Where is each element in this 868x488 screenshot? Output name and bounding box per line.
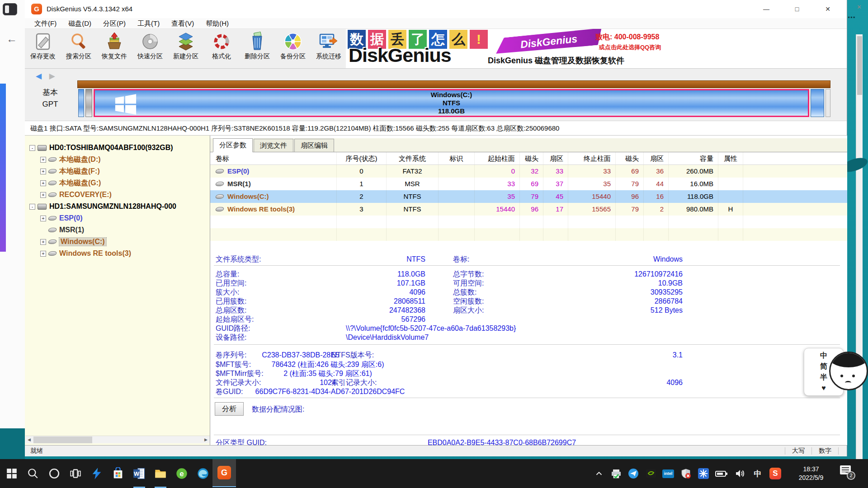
table-row-msr[interactable]: MSR(1)1MSR33693735794416.0MB xyxy=(210,178,847,190)
partition-icon xyxy=(47,251,57,256)
scroll-left-icon[interactable]: ◀ xyxy=(25,436,33,444)
task-view-icon[interactable] xyxy=(65,463,86,484)
desktop-scrollbar[interactable] xyxy=(856,34,863,459)
menu-help[interactable]: 帮助(H) xyxy=(200,18,235,28)
tree-item-g[interactable]: +本地磁盘(G:) xyxy=(25,177,210,189)
delete-partition-button[interactable]: 删除分区 xyxy=(239,30,275,67)
menu-partition[interactable]: 分区(P) xyxy=(97,18,132,28)
tab-browse-files[interactable]: 浏览文件 xyxy=(254,139,293,152)
word-app-icon[interactable]: W xyxy=(128,463,150,484)
expander-icon[interactable]: + xyxy=(40,216,46,221)
scrollbar-thumb[interactable] xyxy=(33,436,92,443)
ad-banner[interactable]: 数据丢了怎么! DiskGenius DiskGenius 致电: 400-00… xyxy=(346,29,847,68)
tree-item-windows-c[interactable]: +Windows(C:) xyxy=(25,236,210,248)
new-partition-button[interactable]: 新建分区 xyxy=(168,30,204,67)
quick-partition-button[interactable]: 快速分区 xyxy=(132,30,168,67)
tree-item-f[interactable]: +本地磁盘(F:) xyxy=(25,165,210,177)
banner-qq-link[interactable]: 或点击此处选择QQ咨询 xyxy=(599,43,661,52)
re-tools-partition-block[interactable] xyxy=(811,89,824,117)
menu-view[interactable]: 查看(V) xyxy=(165,18,200,28)
expander-icon[interactable]: + xyxy=(40,192,46,198)
table-row-windows-c-selected[interactable]: Windows(C:)2NTFS357945154409616118.0GB xyxy=(210,190,847,203)
table-row-esp[interactable]: ESP(0)0FAT3203233336936260.0MB xyxy=(210,165,847,178)
close-button[interactable]: ✕ xyxy=(812,0,843,18)
browser-tab-icon[interactable] xyxy=(3,3,17,15)
expander-icon[interactable]: + xyxy=(40,169,46,174)
tray-printer-icon[interactable] xyxy=(609,463,624,484)
back-arrow-icon[interactable]: ← xyxy=(6,33,17,45)
lark-app-icon[interactable] xyxy=(86,463,108,484)
browser-360-icon[interactable]: e xyxy=(171,463,193,484)
tray-intel-icon[interactable]: intel xyxy=(660,463,676,484)
windows-partition-block[interactable]: Windows(C:) NTFS 118.0GB xyxy=(94,89,809,117)
detail-value: 118.0GB xyxy=(294,270,425,279)
status-bar: 就绪 大写 数字 xyxy=(25,445,847,456)
nav-back-arrow[interactable]: ◀ xyxy=(36,72,42,80)
taskbar-clock[interactable]: 18:37 2022/5/9 xyxy=(784,463,838,484)
tray-chevron-icon[interactable] xyxy=(591,463,607,484)
msr-partition-block[interactable] xyxy=(85,89,92,117)
taskbar-search-icon[interactable] xyxy=(22,463,44,484)
cortana-icon[interactable] xyxy=(43,463,65,484)
recover-files-button[interactable]: 恢复文件 xyxy=(96,30,132,67)
ime-char[interactable]: 中 xyxy=(820,351,827,361)
monitor-arrow-icon xyxy=(319,32,339,52)
windows-flag-icon xyxy=(114,93,137,118)
ime-char[interactable]: 半 xyxy=(820,372,827,382)
tab-sector-edit[interactable]: 扇区编辑 xyxy=(294,139,334,152)
format-button[interactable]: 格式化 xyxy=(203,30,240,67)
menu-file[interactable]: 文件(F) xyxy=(28,18,62,28)
system-migrate-button[interactable]: 系统迁移 xyxy=(311,30,347,67)
background-close-icon[interactable]: ✕ xyxy=(857,4,862,10)
tray-sogou-icon[interactable]: S xyxy=(768,463,783,484)
esp-partition-block[interactable] xyxy=(78,89,84,117)
edge-browser-icon[interactable] xyxy=(192,463,214,484)
table-row-re-tools[interactable]: Windows RE tools(3)3NTFS1544096171556579… xyxy=(210,203,847,216)
expander-icon[interactable]: + xyxy=(40,157,46,163)
tray-volume-icon[interactable] xyxy=(732,463,747,484)
backup-partition-button[interactable]: 备份分区 xyxy=(275,30,311,67)
start-button[interactable] xyxy=(1,463,23,484)
minimize-button[interactable]: — xyxy=(751,0,782,18)
menu-tools[interactable]: 工具(T) xyxy=(132,18,165,28)
tray-nvidia-icon[interactable] xyxy=(643,463,659,484)
table-header-row[interactable]: 卷标序号(状态)文件系统标识起始柱面磁头扇区终止柱面磁头扇区容量属性 xyxy=(210,152,847,165)
store-app-icon[interactable] xyxy=(107,463,129,484)
nav-forward-arrow[interactable]: ▶ xyxy=(49,72,55,80)
tree-horizontal-scrollbar[interactable]: ◀ ▶ xyxy=(25,436,210,443)
tray-security-shield-icon[interactable] xyxy=(678,463,693,484)
notification-center-icon[interactable]: 2 xyxy=(840,465,852,476)
expander-icon[interactable]: - xyxy=(29,204,35,210)
file-explorer-icon[interactable] xyxy=(150,463,171,484)
search-partition-button[interactable]: 搜索分区 xyxy=(61,30,97,67)
expander-icon[interactable]: - xyxy=(29,145,35,151)
tree-item-hd0[interactable]: -HD0:TOSHIBAMQ04ABF100(932GB) xyxy=(25,142,210,154)
scrollbar-thumb[interactable] xyxy=(857,36,862,95)
partition-icon xyxy=(47,216,57,221)
tray-messenger-icon[interactable] xyxy=(626,463,641,484)
expander-icon[interactable]: + xyxy=(40,180,46,186)
tree-item-d[interactable]: +本地磁盘(D:) xyxy=(25,154,210,165)
menu-disk[interactable]: 磁盘(D) xyxy=(62,18,97,28)
save-changes-button[interactable]: 保存更改 xyxy=(25,30,61,67)
diskgenius-taskbar-button[interactable]: G xyxy=(212,459,236,487)
tree-item-hd1[interactable]: -HD1:SAMSUNGMZNLN128HAHQ-000 xyxy=(25,201,210,212)
tray-snowflake-icon[interactable] xyxy=(696,463,711,484)
tree-item-msr[interactable]: MSR(1) xyxy=(25,224,210,236)
tree-item-recovery[interactable]: +RECOVERY(E:) xyxy=(25,189,210,201)
tray-ime-indicator[interactable]: 中 xyxy=(750,463,765,484)
analyze-button[interactable]: 分析 xyxy=(215,402,244,416)
tray-battery-icon[interactable] xyxy=(714,463,729,484)
ime-heart-icon[interactable]: ♥ xyxy=(821,383,826,393)
expander-icon[interactable]: + xyxy=(40,251,46,257)
maximize-button[interactable]: □ xyxy=(782,0,812,18)
more-options-icon[interactable]: ⋯ xyxy=(848,13,855,22)
ime-mascot-face[interactable] xyxy=(829,352,868,390)
ime-char[interactable]: 简 xyxy=(820,361,827,371)
tab-partition-params[interactable]: 分区参数 xyxy=(213,138,253,152)
partition-icon xyxy=(215,194,224,199)
tree-item-re-tools[interactable]: +Windows RE tools(3) xyxy=(25,248,210,259)
tree-item-esp[interactable]: +ESP(0) xyxy=(25,212,210,224)
scroll-right-icon[interactable]: ▶ xyxy=(202,436,210,444)
expander-icon[interactable]: + xyxy=(40,239,46,245)
